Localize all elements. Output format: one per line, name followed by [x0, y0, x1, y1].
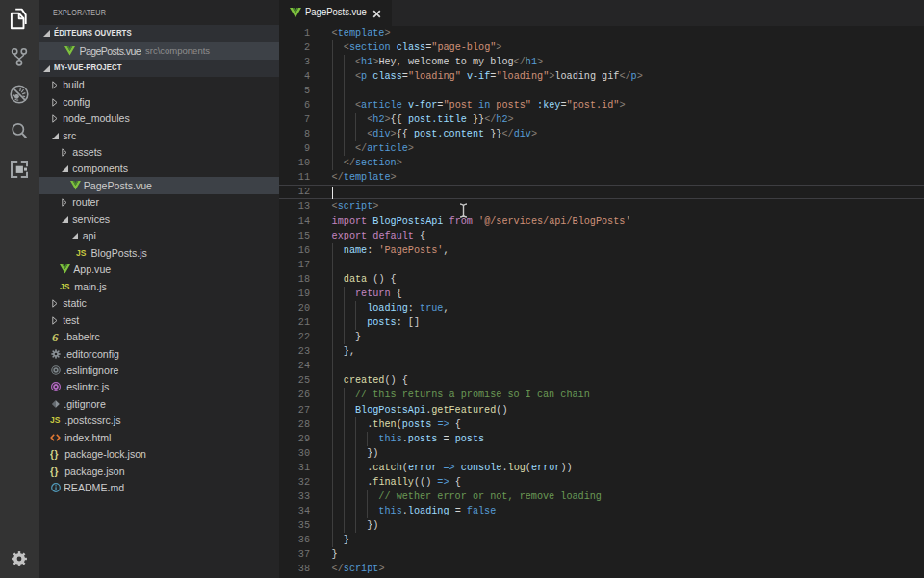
svg-text:JS: JS	[50, 415, 61, 425]
svg-text:JS: JS	[76, 248, 87, 258]
svg-text:{}: {}	[50, 449, 59, 460]
svg-text:6: 6	[52, 332, 59, 342]
svg-text:JS: JS	[60, 282, 70, 291]
svg-text:{}: {}	[50, 466, 59, 477]
